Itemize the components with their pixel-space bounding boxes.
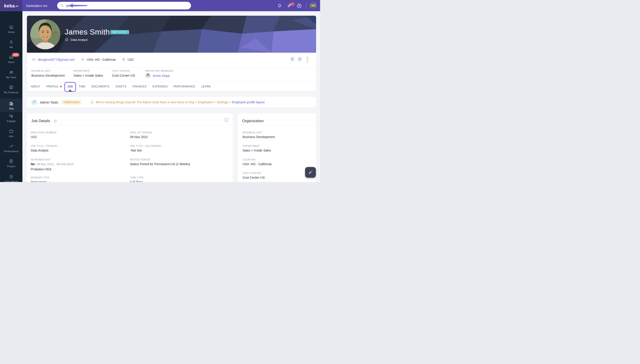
- sidebar-label: Inbox: [8, 61, 14, 64]
- manager-name-link[interactable]: Kevin Depp: [153, 74, 170, 78]
- engage-chat-heart-icon: [9, 114, 14, 118]
- home-icon: [9, 25, 14, 30]
- rocket-notification-dot: [290, 2, 295, 6]
- sidebar-label: My Team: [6, 76, 16, 79]
- organization-card: Organization BUSINESS UNIT Business Deve…: [238, 114, 316, 182]
- sidebar-item-inbox[interactable]: 218 Inbox: [0, 55, 22, 64]
- sidebar-item-project[interactable]: Project: [0, 159, 22, 168]
- top-bar: keka Darksiders Inc: [0, 0, 320, 11]
- sidebar-item-home[interactable]: Home: [0, 25, 22, 34]
- trend-up-icon: [9, 144, 14, 149]
- job-details-card: Job Details EMPLOYEE NUMBER US2 DATE OF …: [27, 114, 233, 182]
- profile-summary-card: tikingkon0077@gmail.com USA -HO - Califo…: [27, 53, 316, 91]
- inbox-count-badge: 218: [12, 53, 19, 57]
- sidebar-item-me[interactable]: Me: [0, 40, 22, 48]
- org-field-business-unit: BUSINESS UNIT Business Development: [242, 131, 274, 139]
- summary-department: DEPARTMENT Sales > Inside Sales: [74, 70, 103, 77]
- briefcase-icon: [9, 129, 14, 134]
- organization-title: Organization: [242, 119, 264, 123]
- tab-assets[interactable]: ASSETS: [115, 82, 126, 91]
- card-divider: [27, 125, 233, 125]
- field-notice-period: NOTICE PERIOD Notice Period for Permanen…: [130, 158, 190, 166]
- tab-profile[interactable]: PROFILE: [46, 82, 62, 91]
- field-date-of-joining: DATE OF JOINING 09 Nov 2022: [130, 131, 152, 139]
- keka-app-window: keka Darksiders Inc: [0, 0, 320, 182]
- admin-tools-banner: Admin Tools Global action We're moving t…: [27, 97, 316, 108]
- field-in-probation: IN PROBATION? No 09 Nov 2022 - 09 Feb 20…: [31, 158, 74, 171]
- attendance-status-badge: NOT IN YET: [110, 30, 129, 34]
- sidebar-item-org[interactable]: Org: [0, 98, 22, 112]
- tab-expenses[interactable]: EXPENSES: [152, 82, 168, 91]
- sidebar-item-my-team[interactable]: My Team: [0, 70, 22, 79]
- employee-profile-layout-link[interactable]: Employee profile layout: [232, 100, 264, 104]
- alarm-clock-icon: [9, 174, 14, 179]
- email-icon: [32, 58, 36, 62]
- tab-documents[interactable]: DOCUMENTS: [91, 82, 110, 91]
- sidebar-item-my-finances[interactable]: My Finances: [0, 85, 22, 94]
- org-building-icon: [9, 101, 14, 106]
- settings-gear-icon[interactable]: [297, 3, 302, 8]
- user-avatar[interactable]: [310, 2, 316, 9]
- medal-icon: [290, 58, 294, 61]
- field-job-title-secondary: JOB TITLE - SECONDARY -Not Set-: [130, 144, 162, 152]
- sidebar-item-engage[interactable]: Engage: [0, 114, 22, 122]
- email-row: tikingkon0077@gmail.com: [32, 58, 75, 62]
- employee-email-link[interactable]: tikingkon0077@gmail.com: [38, 58, 75, 62]
- admin-notice-text: We're moving things around! The Admin to…: [96, 100, 231, 104]
- tab-finances[interactable]: FINANCES: [132, 82, 146, 91]
- field-employee-number: EMPLOYEE NUMBER US2: [31, 131, 56, 139]
- profile-banner: James Smith NOT IN YET Data Analyst: [27, 16, 316, 53]
- global-search[interactable]: [57, 2, 191, 10]
- history-icon[interactable]: [53, 119, 57, 123]
- employee-location: USA -HO - California: [87, 58, 116, 62]
- tab-learn[interactable]: LEARN: [201, 82, 211, 91]
- people-icon: [9, 70, 14, 75]
- employee-name: James Smith: [64, 28, 110, 36]
- person-icon: [9, 40, 14, 44]
- employee-job-title: Data Analyst: [70, 38, 88, 42]
- sidebar-label: Home: [8, 31, 15, 34]
- tab-time[interactable]: TIME: [79, 82, 86, 91]
- notifications-bell-icon[interactable]: [277, 3, 282, 8]
- field-worker-type: WORKER TYPE Permanent: [31, 176, 50, 182]
- tab-performance[interactable]: PERFORMANCE: [174, 82, 196, 91]
- org-field-department: DEPARTMENT Sales > Inside Sales: [242, 144, 271, 152]
- location-row: USA -HO - California: [81, 58, 116, 62]
- keka-logo[interactable]: keka: [0, 0, 22, 11]
- card-divider: [238, 125, 316, 125]
- field-time-type: TIME TYPE Full Time: [130, 176, 144, 182]
- keka-logo-text: keka: [4, 3, 15, 8]
- sidebar-label: Project: [7, 165, 15, 168]
- profile-tab-bar: ABOUT PROFILE JOB TIME DOCUMENTS ASSETS …: [27, 82, 316, 91]
- topbar-divider: [306, 3, 306, 8]
- praise-medal-button[interactable]: [290, 56, 295, 62]
- sidebar-item-performance[interactable]: Performance: [0, 144, 22, 153]
- profile-alert-dot: [60, 86, 62, 88]
- info-icon: [90, 100, 94, 104]
- summary-cost-center: COST CENTER Cost Center-US: [112, 70, 135, 77]
- active-tab-indicator: [68, 90, 72, 91]
- dollar-circle-icon: [9, 85, 14, 90]
- keka-logo-sparks: [15, 4, 18, 8]
- sidebar-label: My Finances: [4, 91, 18, 94]
- magic-assistant-button[interactable]: [305, 167, 316, 178]
- sidebar-label: Time Attend: [4, 180, 18, 182]
- card-divider: [27, 67, 316, 68]
- tab-about[interactable]: ABOUT: [31, 82, 40, 91]
- feedback-button[interactable]: [297, 56, 303, 62]
- employee-photo[interactable]: [30, 19, 60, 49]
- search-input[interactable]: [66, 4, 112, 8]
- global-action-badge: Global action: [61, 100, 82, 105]
- org-field-location: LOCATION USA -HO - California: [242, 158, 272, 166]
- manager-avatar[interactable]: [145, 73, 151, 78]
- tab-job[interactable]: JOB: [68, 82, 73, 91]
- more-options-kebab[interactable]: [307, 57, 308, 63]
- sidebar-label: Performance: [4, 150, 18, 153]
- sidebar-item-time-attend[interactable]: Time Attend: [0, 174, 22, 182]
- sidebar-item-hire[interactable]: Hire: [0, 129, 22, 138]
- sidebar-label: Hire: [9, 135, 14, 138]
- job-details-info-icon[interactable]: [224, 118, 229, 122]
- admin-tools-title: Admin Tools: [40, 100, 58, 104]
- job-briefcase-icon: [65, 38, 68, 42]
- location-pin-icon: [81, 58, 85, 62]
